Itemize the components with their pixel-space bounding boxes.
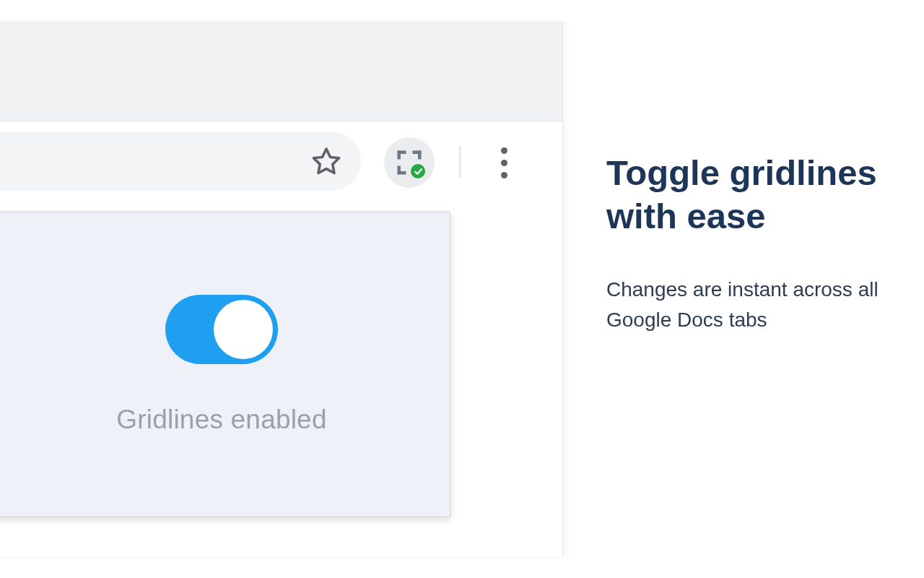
promo-screenshot: Gridlines enabled Toggle gridlines with …: [0, 0, 924, 578]
toggle-knob: [214, 300, 273, 359]
toggle-status-label: Gridlines enabled: [116, 405, 326, 435]
crop-corners-icon: [396, 150, 422, 176]
toolbar-divider: [459, 146, 461, 178]
gridlines-toggle[interactable]: [165, 295, 278, 364]
extension-button[interactable]: [384, 137, 435, 188]
browser-window: Gridlines enabled: [0, 22, 563, 556]
svg-marker-0: [313, 149, 339, 173]
svg-rect-6: [398, 166, 401, 175]
svg-rect-2: [398, 151, 401, 160]
kebab-icon: [501, 144, 507, 181]
address-bar[interactable]: [0, 131, 361, 191]
promo-subtitle: Changes are instant across all Google Do…: [606, 275, 895, 335]
promo-copy: Toggle gridlines with ease Changes are i…: [606, 152, 895, 335]
browser-toolbar: [0, 121, 562, 212]
promo-title: Toggle gridlines with ease: [606, 152, 895, 238]
bookmark-star-icon[interactable]: [310, 145, 342, 177]
checkmark-badge-icon: [411, 164, 425, 178]
extension-popup: Gridlines enabled: [0, 212, 450, 517]
browser-tab-strip: [0, 22, 562, 121]
browser-menu-button[interactable]: [485, 137, 523, 188]
svg-rect-4: [418, 151, 422, 160]
